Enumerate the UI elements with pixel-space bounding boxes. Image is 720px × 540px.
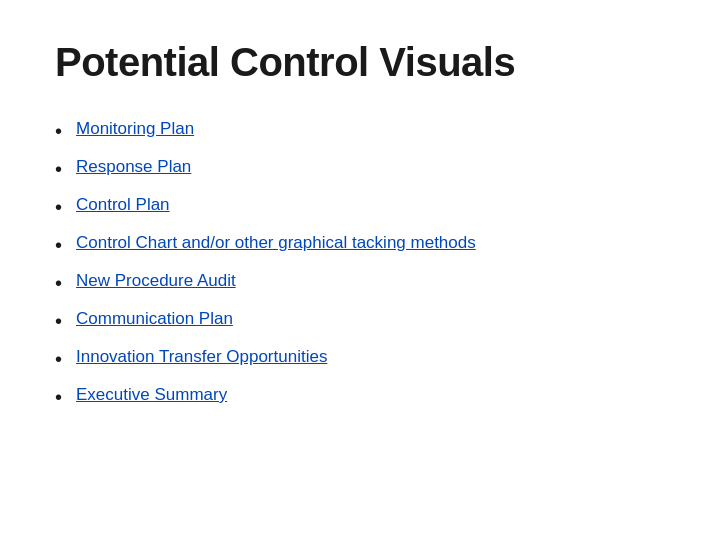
list-item: •Communication Plan [55,307,665,335]
list-link-executive-summary[interactable]: Executive Summary [76,383,227,407]
bullet-icon: • [55,383,62,411]
content-list: •Monitoring Plan•Response Plan•Control P… [55,117,665,421]
bullet-icon: • [55,117,62,145]
list-item: •New Procedure Audit [55,269,665,297]
bullet-icon: • [55,193,62,221]
list-item: •Response Plan [55,155,665,183]
bullet-icon: • [55,231,62,259]
bullet-icon: • [55,155,62,183]
list-link-new-procedure-audit[interactable]: New Procedure Audit [76,269,236,293]
list-link-control-chart[interactable]: Control Chart and/or other graphical tac… [76,231,476,255]
slide: Potential Control Visuals •Monitoring Pl… [0,0,720,540]
bullet-icon: • [55,307,62,335]
list-item: •Control Plan [55,193,665,221]
page-title: Potential Control Visuals [55,40,665,85]
list-item: •Executive Summary [55,383,665,411]
list-link-control-plan[interactable]: Control Plan [76,193,170,217]
list-item: •Innovation Transfer Opportunities [55,345,665,373]
bullet-icon: • [55,345,62,373]
list-link-communication-plan[interactable]: Communication Plan [76,307,233,331]
bullet-icon: • [55,269,62,297]
list-item: •Control Chart and/or other graphical ta… [55,231,665,259]
list-link-innovation-transfer[interactable]: Innovation Transfer Opportunities [76,345,327,369]
list-link-monitoring-plan[interactable]: Monitoring Plan [76,117,194,141]
list-item: •Monitoring Plan [55,117,665,145]
list-link-response-plan[interactable]: Response Plan [76,155,191,179]
